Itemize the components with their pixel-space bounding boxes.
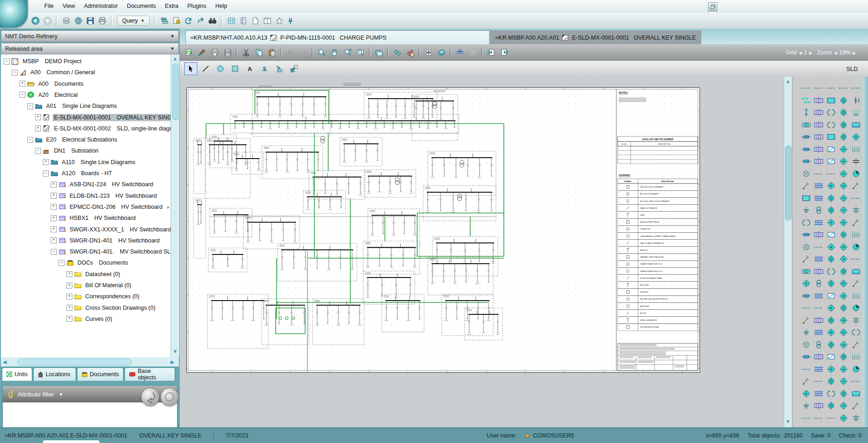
move-page-icon[interactable] (423, 47, 435, 59)
favorites-star-icon[interactable] (274, 15, 285, 26)
sld-symbol-d[interactable] (838, 84, 849, 92)
new-document-icon[interactable] (250, 15, 261, 26)
sld-symbol-scr[interactable] (826, 96, 837, 105)
sld-symbol-cd[interactable] (826, 304, 837, 312)
sld-symbol-cd[interactable] (838, 157, 849, 165)
sld-symbol-scr[interactable] (826, 133, 837, 141)
refresh-icon[interactable] (183, 15, 194, 26)
sld-symbol-cv[interactable] (838, 267, 849, 276)
sld-symbol-bs[interactable] (850, 108, 862, 117)
grid-decrease-icon[interactable]: ◀ (798, 50, 802, 55)
collapse-icon[interactable]: − (43, 171, 49, 177)
sld-symbol-d[interactable] (850, 377, 862, 385)
sld-symbol-cd[interactable] (838, 365, 849, 373)
sld-symbol-bx[interactable] (826, 145, 837, 154)
sld-symbol-cd[interactable] (838, 145, 849, 154)
expand-icon[interactable]: + (66, 294, 72, 300)
sld-symbol-cx[interactable] (801, 243, 812, 251)
sld-symbol-cd[interactable] (838, 255, 849, 263)
sld-symbol-cd[interactable] (838, 341, 849, 349)
sld-symbol-cv[interactable] (826, 194, 837, 202)
zoom-window-icon[interactable] (354, 47, 366, 59)
scroll-down-icon[interactable]: ▼ (784, 419, 792, 424)
scroll-down-icon[interactable]: ▼ (171, 348, 179, 354)
window-restore-icon[interactable] (708, 2, 717, 11)
sld-symbol-d[interactable] (850, 194, 862, 202)
print-icon[interactable] (97, 15, 108, 26)
sld-symbol-cd[interactable] (826, 219, 837, 227)
tool-ellipse[interactable] (214, 62, 227, 75)
sld-symbol-cd[interactable] (838, 328, 849, 337)
scrollbar-thumb[interactable] (18, 359, 132, 366)
lens-icon[interactable] (436, 47, 448, 59)
sld-symbol-cp[interactable] (826, 267, 837, 276)
window-edge-scrollbar[interactable] (862, 77, 868, 427)
sld-symbol-cv[interactable] (838, 353, 849, 361)
sld-symbol-cv[interactable] (826, 341, 837, 349)
zoom-increase-icon[interactable]: ▶ (852, 50, 856, 55)
sld-symbol-fu[interactable] (801, 133, 812, 141)
database-icon[interactable] (61, 15, 72, 26)
zoom-decrease-icon[interactable]: ◀ (834, 50, 838, 55)
sld-symbol-sw[interactable] (813, 230, 824, 239)
sld-symbol-cv[interactable] (838, 390, 849, 398)
expand-icon[interactable]: + (66, 283, 72, 289)
sld-symbol-ba[interactable] (850, 206, 862, 214)
sld-symbol-bm[interactable] (813, 365, 824, 373)
sld-symbol-d[interactable] (826, 170, 837, 178)
filter-apply-button[interactable] (141, 388, 159, 406)
sld-symbol-d[interactable] (850, 255, 862, 263)
chevron-down-icon[interactable]: ▼ (59, 392, 64, 397)
sld-symbol-cd[interactable] (838, 243, 849, 251)
back-icon[interactable] (30, 15, 41, 26)
tool-link[interactable] (288, 62, 301, 75)
sld-symbol-d[interactable] (826, 84, 837, 92)
page-prev-icon[interactable] (485, 47, 497, 59)
canvas-vertical-scrollbar[interactable]: ▲ ▼ (784, 77, 792, 427)
sld-symbol-cd[interactable] (801, 390, 812, 398)
filter-clear-button[interactable] (160, 388, 179, 406)
tree-item-a20[interactable]: −A20 Electrical (19, 90, 79, 100)
expand-icon[interactable]: + (35, 114, 41, 120)
object-tree[interactable]: −MSBP DEMO Project−A00 Common / General+… (1, 54, 179, 357)
sld-symbol-ck[interactable] (850, 365, 862, 373)
sld-symbol-sw[interactable] (813, 267, 824, 276)
symbol-tools-icon[interactable] (404, 47, 416, 59)
tree-item-hsbx1[interactable]: +HSBX1 HV Switchboard (51, 213, 137, 223)
cut-icon[interactable] (240, 47, 252, 59)
key-document-icon[interactable] (171, 15, 182, 26)
sld-symbol-d[interactable] (813, 243, 824, 251)
layout-columns-icon[interactable] (262, 15, 273, 26)
sld-symbol-fe[interactable] (850, 292, 862, 300)
sld-symbol-fe[interactable] (850, 353, 862, 361)
tool-rectangle[interactable] (229, 62, 242, 75)
collapse-icon[interactable]: − (12, 70, 18, 76)
sld-symbol-ck[interactable] (850, 243, 862, 251)
sld-symbol-cv[interactable] (838, 108, 849, 117)
sld-symbol-gn[interactable] (801, 328, 812, 337)
sld-symbol-sw[interactable] (813, 108, 824, 117)
collapse-icon[interactable]: − (51, 249, 57, 255)
tree-item-epmcc-dn1-206[interactable]: +EPMCC-DN1-206 HV Switchboard» (51, 202, 170, 212)
tree-item-msbp[interactable]: −MSBP DEMO Project (4, 56, 83, 66)
sld-symbol-tr[interactable] (813, 341, 824, 349)
sld-symbol-bx[interactable] (826, 230, 837, 239)
working-area-header[interactable]: Released area▼ (1, 43, 179, 54)
sld-symbol-d[interactable] (801, 84, 812, 92)
tab-documents[interactable]: Documents (77, 367, 124, 381)
tree-item-swgr-dn1-401[interactable]: +SWGR-DN1-401 HV Switchboard (51, 236, 161, 246)
sld-symbol-cv[interactable] (838, 230, 849, 239)
sld-symbol-d[interactable] (813, 170, 824, 178)
sld-symbol-fu[interactable] (801, 145, 812, 154)
expand-icon[interactable]: + (51, 237, 57, 243)
table-view-icon[interactable] (226, 15, 237, 26)
document-tab-sld[interactable]: =KR.MSBP.A00.A20.A01 E-SLD-MX-0001-0001 … (490, 30, 701, 44)
globe-icon[interactable] (73, 15, 84, 26)
forward-icon[interactable] (42, 15, 53, 26)
expand-icon[interactable]: + (19, 81, 25, 87)
scroll-right-icon[interactable]: ▶ (171, 359, 174, 365)
menu-plugins[interactable]: Plugins (184, 0, 210, 12)
sld-symbol-cd[interactable] (826, 182, 837, 190)
pan-hand-icon[interactable] (329, 47, 341, 59)
sld-symbol-an[interactable] (850, 182, 862, 190)
